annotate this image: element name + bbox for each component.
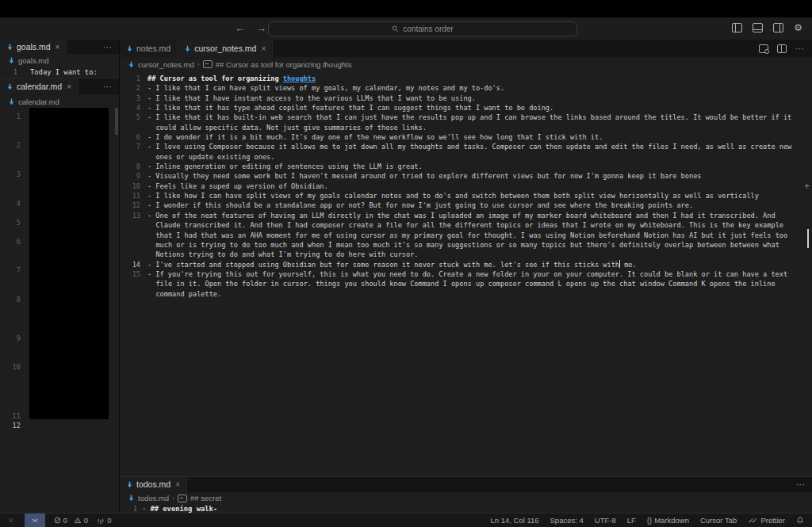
toggle-panel-icon[interactable] bbox=[753, 23, 763, 32]
toggle-primary-sidebar-icon[interactable] bbox=[732, 23, 742, 32]
tab-label: goals.md bbox=[17, 42, 51, 52]
markdown-file-icon bbox=[126, 481, 133, 488]
code-line[interactable]: 9 - Visually they need some work but I h… bbox=[120, 171, 812, 181]
menu-bar-area bbox=[0, 0, 812, 17]
cursor-tab-toggle[interactable]: Cursor Tab bbox=[700, 516, 737, 525]
line-number: 5 bbox=[0, 219, 21, 227]
ports-count: 0 bbox=[107, 516, 111, 525]
calendar-editor-group: calendar.md × ⋯ calendar.md 123456789101… bbox=[0, 78, 119, 514]
tab-notes-md[interactable]: notes.md bbox=[120, 40, 178, 57]
code-line[interactable]: 1 ## Cursor as tool for organizing thoug… bbox=[120, 74, 812, 83]
breadcrumb-symbol[interactable]: ## secret bbox=[190, 494, 221, 502]
window-indicator-icon: ✕ bbox=[8, 517, 14, 525]
breadcrumb-file[interactable]: cursor_notes.md bbox=[138, 60, 194, 69]
line-number: 10 bbox=[0, 363, 21, 371]
line-number: 15 bbox=[120, 269, 140, 299]
line-text: - I like that I can have split views of … bbox=[147, 83, 799, 93]
code-line[interactable]: 8 - Inline generation or editing of sent… bbox=[120, 162, 812, 171]
code-line[interactable]: 15 - If you're trying this out for yours… bbox=[120, 269, 812, 299]
breadcrumb-file[interactable]: todos.md bbox=[138, 494, 169, 502]
close-icon[interactable]: × bbox=[261, 44, 266, 53]
line-number: 1 bbox=[120, 74, 140, 83]
language-mode[interactable]: {}Markdown bbox=[647, 516, 689, 525]
code-line[interactable]: 5 - I like that it has built-in web sear… bbox=[120, 113, 812, 132]
breadcrumb-symbol[interactable]: ## Cursor as tool for organizing thought… bbox=[216, 60, 352, 69]
formatter-label: Prettier bbox=[760, 516, 785, 525]
back-arrow-icon[interactable]: ← bbox=[235, 22, 245, 35]
error-icon bbox=[54, 517, 61, 524]
close-icon[interactable]: × bbox=[56, 43, 60, 52]
line-number: 3 bbox=[0, 170, 21, 178]
formatter-status[interactable]: ✓✓Prettier bbox=[748, 516, 785, 525]
close-icon[interactable]: × bbox=[175, 480, 180, 489]
calendar-editor-content[interactable]: 123456789101112 bbox=[0, 108, 119, 514]
code-line[interactable]: 14 - I've started and stopped using Obsi… bbox=[120, 260, 812, 269]
editor-pane[interactable]: 1 ## Cursor as tool for organizing thoug… bbox=[120, 71, 812, 476]
breadcrumb[interactable]: cursor_notes.md › ## Cursor as tool for … bbox=[120, 58, 812, 71]
eol-sequence[interactable]: LF bbox=[627, 516, 636, 525]
breadcrumb-file[interactable]: calendar.md bbox=[18, 97, 59, 106]
line-number: 11 bbox=[0, 412, 21, 420]
code-line[interactable]: 11 - I like how I can have split views o… bbox=[120, 191, 812, 200]
breadcrumb[interactable]: calendar.md bbox=[0, 95, 119, 108]
breadcrumb[interactable]: todos.md › ## secret bbox=[120, 493, 812, 504]
line-number: 9 bbox=[120, 171, 140, 181]
line-text: - I like that it has built-in web search… bbox=[147, 113, 799, 132]
code-line[interactable]: 7 - I love using Composer because it all… bbox=[120, 142, 812, 162]
code-line[interactable]: 1 Today I want to: bbox=[0, 67, 119, 78]
remote-indicator[interactable]: >< bbox=[25, 514, 45, 527]
problems-indicator[interactable]: 0 0 bbox=[54, 516, 89, 525]
warning-icon bbox=[74, 517, 82, 524]
toggle-secondary-sidebar-icon[interactable] bbox=[773, 23, 783, 32]
line-number: 1 bbox=[0, 67, 17, 78]
line-text: - I like that I have instant access to t… bbox=[147, 94, 799, 103]
breadcrumb[interactable]: goals.md bbox=[0, 55, 119, 67]
command-center-search[interactable]: contains order bbox=[268, 21, 577, 36]
code-line[interactable]: 10 - Feels like a suped up version of Ob… bbox=[120, 181, 812, 191]
more-actions-icon[interactable]: ⋯ bbox=[789, 477, 812, 492]
line-number: 13 bbox=[120, 211, 140, 260]
line-text: - Feels like a suped up version of Obsid… bbox=[147, 181, 799, 191]
code-line[interactable]: 4 - I like that it has type ahead copilo… bbox=[120, 103, 812, 113]
code-line[interactable]: 6 - I do wonder if it is a bit much. It'… bbox=[120, 132, 812, 142]
search-icon bbox=[392, 25, 399, 32]
line-number: 5 bbox=[120, 113, 140, 132]
line-number: 14 bbox=[120, 260, 140, 269]
bell-icon[interactable] bbox=[796, 516, 804, 525]
tab-todos-md[interactable]: todos.md × bbox=[120, 477, 187, 492]
code-line[interactable]: 12 - I wonder if this should be a standa… bbox=[120, 200, 812, 210]
breadcrumb-file[interactable]: goals.md bbox=[18, 56, 49, 65]
markdown-file-icon bbox=[184, 45, 191, 52]
more-actions-icon[interactable]: ⋯ bbox=[96, 40, 119, 54]
cursor-position[interactable]: Ln 14, Col 116 bbox=[490, 516, 538, 525]
indentation[interactable]: Spaces: 4 bbox=[550, 516, 584, 525]
code-line[interactable]: 2 - I like that I can have split views o… bbox=[120, 83, 812, 93]
gear-icon[interactable]: ⚙ bbox=[794, 23, 802, 32]
more-actions-icon[interactable]: ⋯ bbox=[96, 78, 119, 94]
close-icon[interactable]: × bbox=[67, 82, 71, 91]
encoding[interactable]: UTF-8 bbox=[595, 516, 616, 525]
tab-cursor-notes-md[interactable]: cursor_notes.md × bbox=[178, 40, 273, 57]
line-number: 12 bbox=[0, 422, 21, 430]
ports-indicator[interactable]: 0 bbox=[97, 516, 111, 525]
code-line[interactable]: 3 - I like that I have instant access to… bbox=[120, 94, 812, 103]
line-text: Today I want to: bbox=[24, 67, 98, 78]
error-count: 0 bbox=[63, 516, 67, 525]
more-actions-icon[interactable]: ⋯ bbox=[795, 44, 804, 54]
markdown-file-icon bbox=[6, 83, 13, 90]
line-text: - I love using Composer because it allow… bbox=[147, 142, 799, 162]
split-editor-icon[interactable] bbox=[777, 44, 787, 53]
markdown-file-icon bbox=[126, 45, 133, 52]
scrollbar-thumb[interactable] bbox=[115, 108, 118, 135]
open-changes-icon[interactable] bbox=[759, 44, 768, 53]
tab-label: cursor_notes.md bbox=[194, 44, 256, 53]
tab-calendar-md[interactable]: calendar.md × bbox=[0, 78, 79, 94]
status-bar: ✕ >< 0 0 0 Ln 14, Col 116 Spaces: 4 UTF-… bbox=[0, 513, 812, 527]
tab-goals-md[interactable]: goals.md × bbox=[0, 40, 67, 54]
black-content-block bbox=[29, 108, 109, 419]
forward-arrow-icon[interactable]: → bbox=[256, 22, 266, 35]
markdown-link[interactable]: thoughts bbox=[283, 74, 316, 82]
markdown-file-icon bbox=[128, 495, 135, 502]
code-line[interactable]: 13 - One of the neat features of having … bbox=[120, 211, 812, 260]
markdown-file-icon bbox=[8, 57, 15, 64]
